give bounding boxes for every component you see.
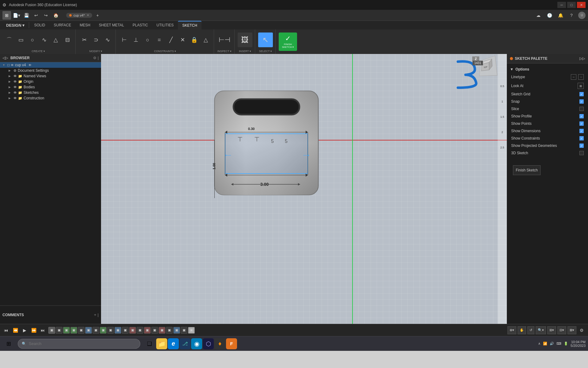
solid-line-button[interactable]: ─ (571, 74, 576, 80)
sketch-grid-checkbox[interactable]: ✓ (579, 92, 584, 96)
search-input[interactable] (29, 341, 136, 346)
insert-btn[interactable]: 🖼 (238, 33, 252, 47)
cloud-save-button[interactable]: ☁ (534, 11, 543, 20)
dashed-line-button[interactable]: ╌ (578, 74, 584, 80)
constraints-label[interactable]: CONSTRAINTS ▾ (154, 49, 176, 53)
tab-sketch[interactable]: SKETCH (178, 21, 202, 29)
tree-item-construction[interactable]: ▶ 👁 📁 Construction (0, 95, 101, 101)
tab-close-icon[interactable]: ✕ (87, 13, 89, 17)
tab-plastic[interactable]: PLASTIC (128, 21, 152, 29)
timeline-item-15[interactable]: ▣ (151, 327, 158, 334)
palette-collapse-button[interactable]: ▷▷ (579, 56, 585, 61)
finish-sketch-palette-button[interactable]: Finish Sketch (513, 165, 541, 175)
timeline-item-2[interactable]: ▣ (56, 327, 62, 334)
grid-button[interactable]: ⊟▾ (557, 326, 566, 334)
perp-tool[interactable]: ⊥ (130, 34, 141, 45)
browser-pin-button[interactable]: | (98, 56, 99, 60)
timeline-item-16[interactable]: ▣ (159, 327, 165, 334)
timeline-item-17[interactable]: ▣ (166, 327, 173, 334)
timeline-item-11[interactable]: ▣ (122, 327, 129, 334)
collapse-icon[interactable]: ◁▷ (2, 56, 8, 60)
look-button[interactable]: ↺ (527, 326, 534, 334)
diag-tool[interactable]: ╱ (165, 34, 176, 45)
look-at-button[interactable]: ⊞ (578, 83, 584, 89)
timeline-item-12[interactable]: ▣ (129, 327, 136, 334)
finish-sketch-toolbar-button[interactable]: ✓ FINISH SKETCH ▾ (279, 33, 297, 51)
timeline-item-3[interactable]: ▣ (63, 327, 70, 334)
tri-tool[interactable]: △ (50, 34, 61, 45)
timeline-item-7[interactable]: ▣ (92, 327, 99, 334)
select-btn[interactable]: ↖ (258, 33, 273, 47)
display-settings-button[interactable]: ⚙ (578, 326, 586, 334)
taskbar-app-circle[interactable]: ⬡ (203, 338, 214, 349)
show-constraints-checkbox[interactable]: ✓ (579, 136, 584, 140)
comments-add-button[interactable]: + (94, 312, 96, 317)
lock-tool[interactable]: 🔒 (189, 34, 200, 45)
notification-button[interactable]: 🔔 (556, 11, 565, 20)
minimize-button[interactable]: ─ (557, 2, 566, 8)
tree-item-root[interactable]: ▼ □ 👁 cup v4 👁 (0, 62, 101, 68)
timeline-item-5[interactable]: ▣ (78, 327, 85, 334)
close-button[interactable]: ✕ (577, 2, 586, 8)
taskbar-app-fusion[interactable]: F (226, 338, 237, 349)
pan-button[interactable]: ⊕▾ (507, 326, 516, 334)
tab-utilities[interactable]: UTILITIES (152, 21, 178, 29)
slice-checkbox[interactable] (579, 107, 584, 111)
circle2-tool[interactable]: ○ (142, 34, 153, 45)
timeline-item-20[interactable]: ▣ (188, 327, 195, 334)
spline-tool[interactable]: ∿ (39, 34, 50, 45)
snap-checkbox[interactable]: ✓ (579, 99, 584, 104)
taskbar-app-edge[interactable]: e (168, 338, 179, 349)
tab-sheet-metal[interactable]: SHEET METAL (95, 21, 128, 29)
timeline-item-13[interactable]: ▣ (137, 327, 143, 334)
show-points-checkbox[interactable]: ✓ (579, 121, 584, 126)
document-tab[interactable]: cup v4* ✕ (66, 13, 92, 18)
arc-tool[interactable]: ⌒ (4, 34, 15, 45)
tree-item-bodies[interactable]: ▶ 👁 📁 Bodies (0, 84, 101, 90)
timeline-item-1[interactable]: ▣ (48, 327, 55, 334)
user-avatar[interactable]: U (578, 12, 586, 19)
taskbar-app-dell[interactable]: ◉ (191, 338, 202, 349)
timeline-item-18[interactable]: ▣ (173, 327, 180, 334)
zoom-button[interactable]: 🔍▾ (536, 326, 546, 334)
tab-surface[interactable]: SURFACE (49, 21, 75, 29)
task-view-button[interactable]: ❑ (143, 338, 156, 350)
timeline-item-6[interactable]: ▣ (85, 327, 92, 334)
circle-tool[interactable]: ○ (27, 34, 38, 45)
timeline-item-10[interactable]: ▣ (115, 327, 121, 334)
tree-item-named-views[interactable]: ▶ 👁 📁 Named Views (0, 73, 101, 79)
cross-tool[interactable]: ✕ (177, 34, 188, 45)
tree-item-doc-settings[interactable]: ▶ ⚙ Document Settings (0, 68, 101, 73)
create-label[interactable]: CREATE ▾ (32, 49, 45, 53)
timeline-item-4[interactable]: ▣ (70, 327, 77, 334)
browser-settings-button[interactable]: ⚙ (93, 56, 96, 60)
insert-label[interactable]: INSERT ▾ (239, 49, 251, 53)
show-profile-checkbox[interactable]: ✓ (579, 114, 584, 118)
show-dimensions-checkbox[interactable]: ✓ (579, 129, 584, 133)
undo-button[interactable]: ↩ (32, 11, 40, 20)
start-button[interactable]: ⊞ (2, 338, 15, 350)
orbit-button[interactable]: ✋ (518, 326, 526, 334)
options-section-title[interactable]: ▼ Options (507, 66, 588, 73)
taskbar-app-vscode[interactable]: ⎇ (179, 338, 190, 349)
inspect-label[interactable]: INSPECT ▾ (217, 49, 232, 53)
inspect-btn[interactable]: ⊢⊣ (217, 33, 232, 47)
tri2-tool[interactable]: △ (200, 34, 211, 45)
save-button[interactable]: 💾 (22, 11, 31, 20)
offset-tool[interactable]: ⊃ (90, 34, 101, 45)
timeline-item-14[interactable]: ▣ (144, 327, 151, 334)
timeline-item-8[interactable]: ▣ (100, 327, 107, 334)
tree-item-sketches[interactable]: ▶ 👁 📁 Sketches (0, 90, 101, 95)
mirror-tool[interactable]: ∿ (102, 34, 113, 45)
comments-pin-button[interactable]: | (98, 312, 99, 317)
timeline-item-19[interactable]: ▣ (181, 327, 187, 334)
redo-button[interactable]: ↪ (42, 11, 50, 20)
tab-solid[interactable]: SOLID (30, 21, 49, 29)
tab-mesh[interactable]: MESH (75, 21, 95, 29)
slot-tool[interactable]: ⊟ (62, 34, 73, 45)
design-workspace-button[interactable]: DESIGN ▾ (2, 21, 28, 29)
help-button[interactable]: ? (567, 11, 576, 20)
app-menu-button[interactable]: ⊞ (2, 11, 11, 20)
dim-tool[interactable]: ⊢ (119, 34, 130, 45)
select-label[interactable]: SELECT ▾ (259, 49, 272, 53)
